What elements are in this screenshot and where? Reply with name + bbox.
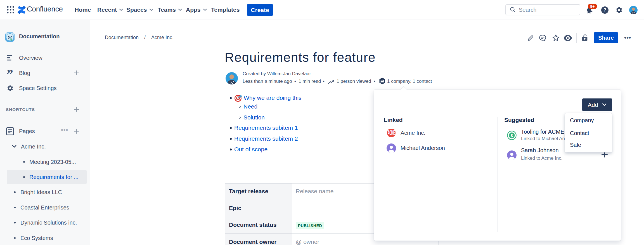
svg-text:ACME: ACME — [388, 129, 395, 136]
svg-text:$: $ — [511, 133, 513, 138]
